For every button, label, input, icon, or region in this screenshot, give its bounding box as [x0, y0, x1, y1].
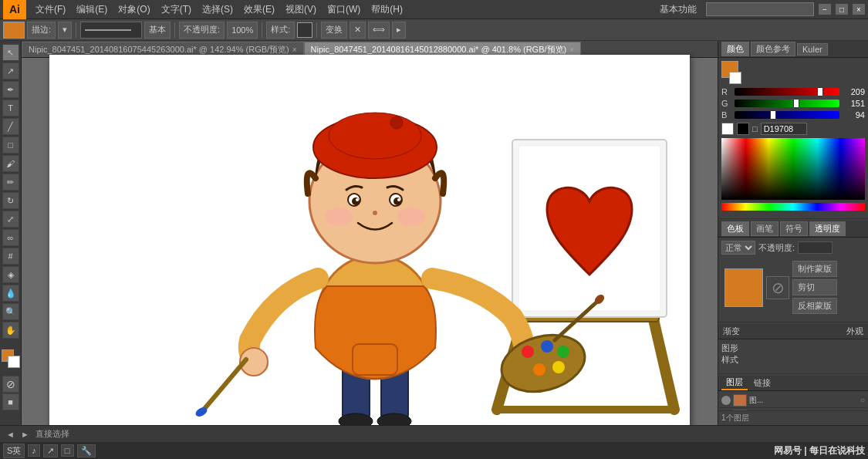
- divider-2: [718, 322, 868, 322]
- normal-screen-btn[interactable]: ■: [2, 393, 19, 410]
- lang-indicator[interactable]: S英: [3, 444, 25, 458]
- tab-fill[interactable]: 色板: [721, 221, 749, 236]
- tab-color-guide[interactable]: 颜色参考: [751, 42, 795, 56]
- search-input[interactable]: [706, 2, 814, 16]
- main-area: ↖ ↗ ✒ T ╱ □ 🖌 ✏ ↻ ⤢ ∞ # ◈ 💧 🔍 ✋ ⊘ ■ Nipi…: [0, 41, 868, 425]
- tab-1-close[interactable]: ×: [292, 46, 297, 54]
- slider-g-thumb[interactable]: [793, 99, 799, 108]
- color-spectrum[interactable]: [721, 138, 865, 200]
- slider-b-thumb[interactable]: [770, 110, 776, 120]
- white-swatch[interactable]: [721, 123, 734, 135]
- slider-b-track[interactable]: [735, 111, 839, 119]
- hue-slider[interactable]: [721, 203, 865, 211]
- tab-links[interactable]: 链接: [749, 376, 775, 390]
- paintbrush-tool[interactable]: 🖌: [2, 155, 19, 172]
- stroke-tool[interactable]: 描边:: [27, 22, 56, 39]
- direct-select-tool[interactable]: ↗: [2, 62, 19, 79]
- stroke-line: [85, 29, 131, 31]
- color-pair[interactable]: [2, 349, 20, 368]
- stroke-basic[interactable]: 基本: [144, 22, 171, 39]
- menu-text[interactable]: 文字(T): [157, 2, 196, 18]
- layer-lock-1[interactable]: ○: [860, 396, 865, 404]
- slider-r-thumb[interactable]: [817, 87, 823, 96]
- style-swatch[interactable]: [297, 22, 312, 38]
- blend-mode-select[interactable]: 正常: [721, 241, 755, 255]
- sound-icon[interactable]: ♪: [28, 444, 40, 457]
- opacity-input[interactable]: 100%: [227, 22, 258, 39]
- swatch-fg-bg[interactable]: [721, 61, 745, 84]
- menu-file[interactable]: 文件(F): [31, 2, 70, 18]
- tab-layers[interactable]: 图层: [721, 376, 748, 390]
- window-icon[interactable]: □: [61, 444, 74, 457]
- fill-none-btn[interactable]: ⊘: [2, 376, 19, 393]
- tab-transparency[interactable]: 透明度: [809, 221, 846, 236]
- pencil-tool[interactable]: ✏: [2, 174, 19, 191]
- network-icon[interactable]: ↗: [43, 444, 58, 457]
- tab-brushes[interactable]: 画笔: [751, 221, 778, 236]
- select-tool[interactable]: ↖: [2, 44, 19, 61]
- nav-left[interactable]: ◄: [6, 430, 15, 439]
- background-color[interactable]: [8, 356, 20, 368]
- slider-r-track[interactable]: [735, 88, 839, 96]
- eyedropper-tool[interactable]: 💧: [2, 285, 19, 302]
- make-mask-button[interactable]: 制作蒙版: [792, 261, 837, 277]
- scale-tool[interactable]: ⤢: [2, 211, 19, 228]
- rotate-tool[interactable]: ↻: [2, 192, 19, 209]
- close-button[interactable]: ×: [853, 4, 865, 15]
- opacity-input[interactable]: 100%: [798, 241, 833, 254]
- shape-style-label: 图形样式: [721, 343, 745, 366]
- rect-tool[interactable]: □: [2, 137, 19, 154]
- menu-object[interactable]: 对象(O): [113, 2, 154, 18]
- clip-button[interactable]: 剪切: [792, 279, 837, 295]
- swatch-preview[interactable]: [724, 268, 763, 307]
- layer-row-1[interactable]: 图... ○: [720, 393, 866, 408]
- menu-select[interactable]: 选择(S): [198, 2, 238, 18]
- hand-tool[interactable]: ✋: [2, 322, 19, 339]
- tab-color[interactable]: 颜色: [721, 42, 749, 56]
- mesh-tool[interactable]: #: [2, 248, 19, 265]
- svg-point-29: [390, 116, 403, 129]
- zoom-tool[interactable]: 🔍: [2, 303, 19, 320]
- left-toolbar: ↖ ↗ ✒ T ╱ □ 🖌 ✏ ↻ ⤢ ∞ # ◈ 💧 🔍 ✋ ⊘ ■: [0, 41, 22, 425]
- brush-size-input[interactable]: ▾: [58, 22, 72, 39]
- bottom-bar: S英 ♪ ↗ □ 🔧 网易号 | 每日在说科技: [0, 442, 868, 459]
- transform-btn-2[interactable]: ⟺: [368, 22, 390, 39]
- zoom-level-label: 直接选择: [35, 428, 69, 440]
- fill-color-swatch[interactable]: [3, 22, 25, 39]
- stroke-style[interactable]: [80, 22, 142, 39]
- pen-tool[interactable]: ✒: [2, 81, 19, 98]
- svg-point-33: [393, 197, 401, 205]
- layer-name-1: 图...: [749, 395, 858, 406]
- line-tool[interactable]: ╱: [2, 118, 19, 135]
- swatch-bg[interactable]: [729, 72, 741, 84]
- tab-kuler[interactable]: Kuler: [797, 43, 828, 56]
- menu-help[interactable]: 帮助(H): [366, 2, 407, 18]
- svg-point-32: [352, 197, 360, 205]
- transform-btn-1[interactable]: ✕: [350, 22, 366, 39]
- menu-effect[interactable]: 效果(E): [239, 2, 279, 18]
- blend-tool[interactable]: ∞: [2, 229, 19, 246]
- svg-point-38: [397, 208, 425, 226]
- slider-r-label: R: [721, 87, 732, 96]
- tab-2-close[interactable]: ×: [569, 46, 574, 54]
- transform-btn-3[interactable]: ▸: [392, 22, 406, 39]
- settings-icon[interactable]: 🔧: [77, 444, 96, 457]
- transform-mode[interactable]: 变换: [321, 22, 347, 39]
- menu-edit[interactable]: 编辑(E): [72, 2, 112, 18]
- slider-b-value: 94: [842, 110, 865, 120]
- black-swatch[interactable]: [737, 123, 749, 135]
- layer-eye-1[interactable]: [721, 396, 731, 405]
- nav-right[interactable]: ►: [21, 430, 29, 439]
- type-tool[interactable]: T: [2, 100, 19, 116]
- svg-point-21: [552, 361, 565, 373]
- gradient-tool[interactable]: ◈: [2, 266, 19, 283]
- menu-window[interactable]: 窗口(W): [323, 2, 365, 18]
- maximize-button[interactable]: □: [836, 4, 848, 15]
- minimize-button[interactable]: −: [819, 4, 831, 15]
- tab-symbols[interactable]: 符号: [780, 221, 808, 236]
- hex-input[interactable]: [761, 123, 807, 135]
- slider-g-track[interactable]: [735, 100, 839, 107]
- menu-view[interactable]: 视图(V): [281, 2, 321, 18]
- color-sliders-panel: R 209 G 151 B: [718, 58, 868, 217]
- invert-button[interactable]: 反相蒙版: [792, 298, 837, 314]
